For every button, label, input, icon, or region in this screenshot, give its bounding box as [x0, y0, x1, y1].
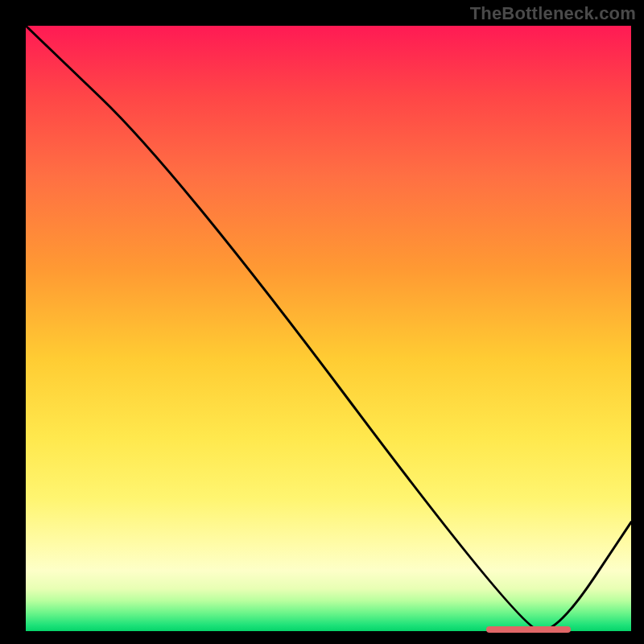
watermark-text: TheBottleneck.com: [470, 3, 636, 24]
bottleneck-curve: [0, 0, 644, 644]
optimal-range-marker: [486, 626, 571, 633]
curve-path: [26, 26, 631, 631]
chart-frame: TheBottleneck.com: [0, 0, 644, 644]
